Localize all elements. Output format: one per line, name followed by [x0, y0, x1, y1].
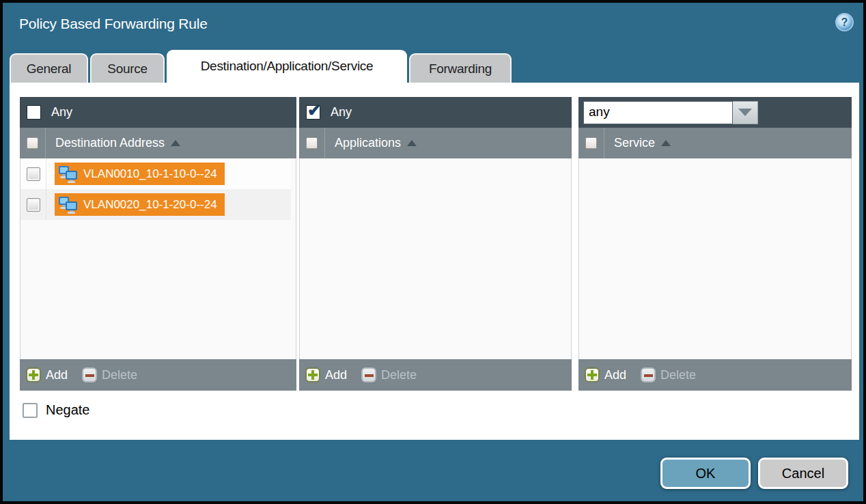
- address-object-label: VLAN0010_10-1-10-0--24: [83, 167, 217, 181]
- sort-ascending-icon: [661, 140, 671, 146]
- destination-sort-header[interactable]: Destination Address: [55, 136, 180, 150]
- negate-label: Negate: [46, 402, 90, 418]
- row-checkbox[interactable]: [27, 167, 40, 181]
- address-object-label: VLAN0020_10-1-20-0--24: [83, 198, 217, 212]
- service-column-header: Service: [578, 128, 852, 158]
- destination-row-vlan0020[interactable]: VLAN0020_10-1-20-0--24: [20, 189, 291, 220]
- delete-minus-icon: [82, 367, 97, 382]
- service-column-label: Service: [614, 136, 655, 150]
- applications-sort-header[interactable]: Applications: [335, 136, 417, 150]
- service-panel: any Service Add: [578, 97, 852, 391]
- destination-row-vlan0010[interactable]: VLAN0010_10-1-10-0--24: [20, 158, 291, 189]
- tab-content-sheet: Any Destination Address: [10, 83, 859, 440]
- sort-ascending-icon: [407, 140, 417, 146]
- service-add-button[interactable]: Add: [585, 367, 626, 382]
- destination-any-checkbox[interactable]: [27, 105, 41, 120]
- address-object-tag: VLAN0020_10-1-20-0--24: [55, 193, 225, 216]
- destination-list: VLAN0010_10-1-10-0--24: [20, 158, 296, 359]
- ok-button[interactable]: OK: [660, 458, 751, 489]
- destination-delete-button[interactable]: Delete: [82, 367, 137, 382]
- service-dropdown[interactable]: any: [583, 101, 758, 124]
- negate-option: Negate: [23, 402, 90, 418]
- policy-based-forwarding-dialog: Policy Based Forwarding Rule ? General S…: [0, 0, 866, 504]
- service-select-all-checkbox[interactable]: [585, 137, 597, 149]
- help-icon[interactable]: ?: [835, 13, 854, 31]
- dialog-title: Policy Based Forwarding Rule: [19, 16, 208, 32]
- applications-any-label: Any: [331, 105, 352, 120]
- address-object-tag: VLAN0010_10-1-10-0--24: [55, 163, 225, 185]
- service-list: [578, 158, 852, 359]
- delete-minus-icon: [361, 367, 376, 382]
- applications-column-header: Applications: [299, 128, 572, 158]
- applications-add-button[interactable]: Add: [305, 367, 347, 382]
- applications-select-all-checkbox[interactable]: [306, 137, 318, 149]
- delete-minus-icon: [641, 367, 656, 382]
- destination-footer: Add Delete: [20, 359, 296, 391]
- add-plus-icon: [585, 367, 600, 382]
- destination-any-label: Any: [51, 105, 72, 120]
- applications-any-checkbox[interactable]: [306, 105, 320, 120]
- negate-checkbox[interactable]: [23, 403, 38, 418]
- network-icon: [58, 165, 79, 183]
- cancel-button[interactable]: Cancel: [758, 458, 848, 489]
- service-delete-button[interactable]: Delete: [641, 367, 696, 382]
- applications-panel: Any Applications Add Delete: [299, 97, 572, 391]
- sort-ascending-icon: [171, 140, 180, 146]
- add-plus-icon: [26, 367, 41, 382]
- service-footer: Add Delete: [578, 359, 852, 391]
- tab-source[interactable]: Source: [90, 53, 165, 83]
- tab-bar: General Source Destination/Application/S…: [10, 50, 512, 83]
- applications-any-bar: Any: [299, 97, 572, 128]
- destination-column-label: Destination Address: [55, 136, 165, 150]
- applications-delete-button[interactable]: Delete: [361, 367, 417, 382]
- row-checkbox[interactable]: [27, 198, 40, 212]
- destination-select-all-checkbox[interactable]: [27, 137, 38, 149]
- network-icon: [58, 196, 79, 214]
- service-dropdown-value[interactable]: any: [583, 101, 733, 124]
- destination-any-bar: Any: [20, 97, 296, 128]
- destination-add-button[interactable]: Add: [26, 367, 68, 382]
- applications-footer: Add Delete: [299, 359, 572, 391]
- destination-address-panel: Any Destination Address: [20, 97, 296, 391]
- tab-general[interactable]: General: [10, 53, 88, 83]
- destination-column-header: Destination Address: [20, 128, 296, 158]
- service-dropdown-bar: any: [578, 97, 852, 128]
- applications-column-label: Applications: [335, 136, 401, 150]
- chevron-down-icon: [738, 109, 752, 116]
- service-dropdown-button[interactable]: [733, 101, 758, 124]
- tab-forwarding[interactable]: Forwarding: [409, 53, 512, 83]
- add-plus-icon: [305, 367, 320, 382]
- applications-list: [299, 158, 572, 359]
- service-sort-header[interactable]: Service: [614, 136, 671, 150]
- tab-destination-application-service[interactable]: Destination/Application/Service: [167, 50, 407, 83]
